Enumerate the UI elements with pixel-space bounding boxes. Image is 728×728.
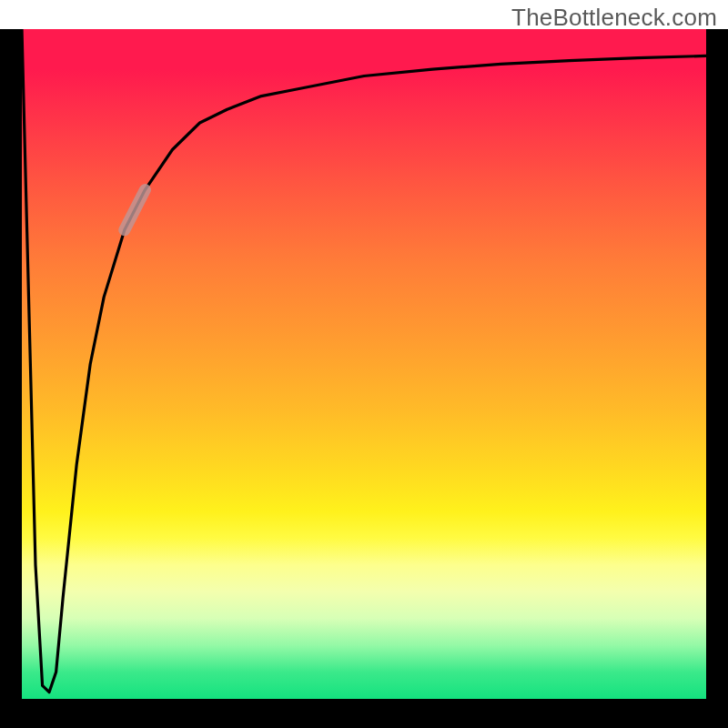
curve-svg: [22, 29, 706, 699]
bottleneck-curve: [22, 29, 706, 693]
curve-highlight-segment: [125, 190, 146, 230]
frame-border-right: [706, 29, 728, 699]
frame-border-bottom: [0, 699, 728, 728]
chart-stage: TheBottleneck.com: [0, 0, 728, 728]
plot-area: [22, 29, 706, 699]
attribution-text: TheBottleneck.com: [511, 4, 717, 32]
frame-border-left: [0, 29, 22, 699]
